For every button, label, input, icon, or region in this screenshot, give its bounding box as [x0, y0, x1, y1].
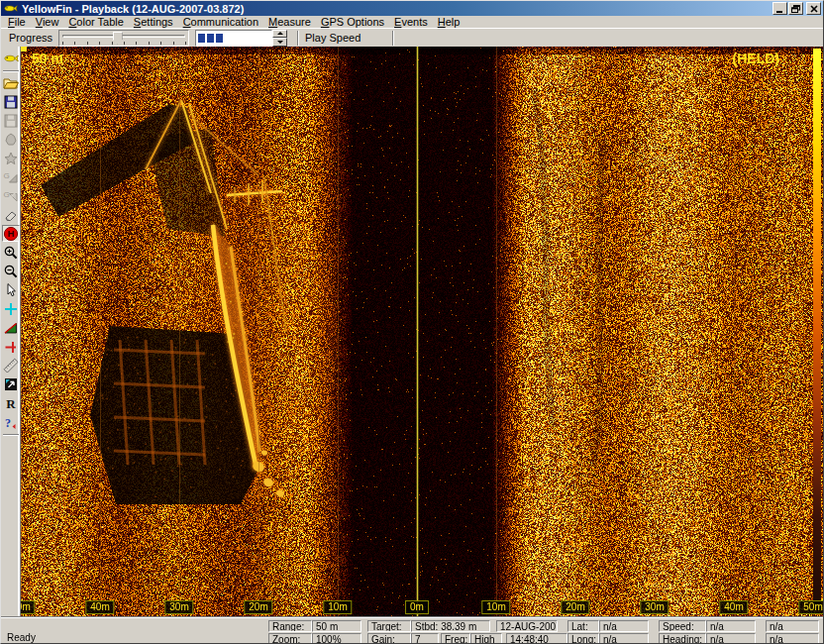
- menu-gps-options[interactable]: GPS Options: [316, 17, 389, 28]
- status-value: n/a: [706, 633, 756, 644]
- menu-settings[interactable]: Settings: [129, 17, 178, 28]
- status-value: 12-AUG-2007: [496, 620, 558, 632]
- help-tool-icon: ?: [3, 414, 19, 430]
- title-bar: YellowFin - Playback (12-AUG-2007-03.872…: [1, 1, 823, 16]
- gain-up-button[interactable]: G: [2, 168, 20, 185]
- status-gain-label: Gain:: [367, 633, 411, 644]
- gain-down-button[interactable]: G: [2, 187, 20, 204]
- tool-separator: [3, 434, 19, 436]
- status-value: 50 m: [312, 620, 361, 632]
- minimize-button[interactable]: [772, 2, 787, 15]
- status-value: 7: [411, 633, 439, 644]
- slider-tick: [99, 42, 100, 45]
- menu-measure[interactable]: Measure: [263, 17, 316, 28]
- ruler-tool-icon: [3, 358, 19, 374]
- hold-tool-icon: H: [3, 226, 19, 242]
- close-icon: [810, 5, 818, 13]
- scale-label-3: 20m: [244, 600, 272, 614]
- slider-tick: [112, 42, 113, 45]
- restore-button[interactable]: [788, 2, 803, 15]
- status-value: n/a: [599, 633, 649, 644]
- status-value: 14:48:40: [506, 633, 567, 644]
- yellowfin-app-icon: [3, 3, 19, 15]
- status-target-label: Target:: [367, 620, 411, 632]
- close-button[interactable]: [806, 2, 821, 15]
- scale-label-2: 30m: [164, 600, 193, 614]
- toolbar-separator: [297, 31, 299, 46]
- gain-down-icon: G: [3, 188, 19, 204]
- app-window: YellowFin - Playback (12-AUG-2007-03.872…: [0, 0, 824, 644]
- crosshair-tool-icon: [3, 301, 19, 317]
- pointer-tool-button[interactable]: [2, 281, 20, 298]
- slider-tick: [87, 42, 88, 45]
- scale-label-4: 10m: [323, 600, 352, 614]
- progress-slider-track[interactable]: [62, 35, 185, 38]
- scale-label-7: 20m: [561, 600, 589, 614]
- yellowfin-logo-button[interactable]: [2, 50, 20, 66]
- menu-events[interactable]: Events: [389, 17, 433, 28]
- zoom-in-tool-button[interactable]: [2, 244, 20, 261]
- offset-tool-button[interactable]: [2, 338, 20, 355]
- shell-tool-button[interactable]: [2, 131, 20, 148]
- save-button[interactable]: [2, 93, 20, 110]
- measure-tool-button[interactable]: [2, 319, 20, 336]
- ruler-tool-button[interactable]: [2, 357, 20, 374]
- status-value: n/a: [706, 620, 756, 632]
- speed-down-button[interactable]: [272, 38, 287, 47]
- sonar-display[interactable]: 50 m (HELD) 50m40m30m20m10m0m10m20m30m40…: [21, 47, 823, 616]
- pan-tool-button[interactable]: [2, 376, 20, 392]
- eraser-tool-icon: [3, 207, 19, 223]
- status-speed-label: Speed:: [659, 620, 706, 632]
- save-alt-button[interactable]: [2, 112, 20, 129]
- hold-tool-button[interactable]: H: [2, 225, 20, 242]
- menu-bar: FileViewColor TableSettingsCommunication…: [1, 16, 823, 28]
- offset-tool-icon: [3, 339, 19, 355]
- progress-slider-thumb[interactable]: [113, 32, 123, 45]
- gain-up-icon: G: [3, 169, 19, 185]
- status-bar: Ready Range:50 mTarget:Stbd: 38.39 m12-A…: [1, 616, 823, 644]
- menu-view[interactable]: View: [31, 17, 64, 28]
- progress-slider[interactable]: [58, 30, 189, 47]
- speed-up-button[interactable]: [272, 30, 287, 39]
- shell-tool-icon: [3, 132, 19, 148]
- menu-help[interactable]: Help: [433, 17, 465, 28]
- star-tool-icon: [3, 151, 19, 166]
- corner-marker: [21, 47, 27, 52]
- star-tool-button[interactable]: [2, 150, 20, 166]
- toolbar-separator: [392, 31, 394, 46]
- status-value: 100%: [312, 633, 361, 644]
- menu-communication[interactable]: Communication: [178, 17, 263, 28]
- zoom-out-tool-icon: [3, 264, 19, 279]
- slider-tick: [62, 42, 63, 45]
- speed-level-block: [216, 34, 223, 43]
- svg-text:G: G: [3, 189, 9, 198]
- menu-color-table[interactable]: Color Table: [63, 17, 128, 28]
- play-speed-label: Play Speed: [305, 32, 360, 44]
- open-file-button[interactable]: [2, 74, 20, 91]
- scale-label-8: 30m: [640, 600, 669, 614]
- r-tool-button[interactable]: R: [2, 394, 20, 411]
- eraser-tool-button[interactable]: [2, 206, 20, 223]
- slider-tick: [124, 42, 125, 45]
- speed-level-block: [198, 34, 205, 43]
- slider-tick: [74, 42, 75, 45]
- menu-file[interactable]: File: [3, 17, 31, 28]
- scale-label-0: 50m: [21, 600, 36, 614]
- status-value: Stbd: 38.39 m: [411, 620, 490, 632]
- crosshair-tool-button[interactable]: [2, 300, 20, 317]
- status-zoom-label: Zoom:: [268, 633, 312, 644]
- sonar-image[interactable]: [21, 47, 823, 616]
- zoom-out-tool-button[interactable]: [2, 263, 20, 279]
- scale-label-10: 50m: [798, 600, 823, 614]
- help-tool-button[interactable]: ?: [2, 413, 20, 430]
- tool-palette: GGHR?: [1, 47, 21, 616]
- status-value: n/a: [766, 633, 819, 644]
- svg-text:R: R: [6, 395, 16, 410]
- zoom-in-tool-icon: [3, 245, 19, 261]
- slider-tick: [136, 42, 137, 45]
- scale-label-6: 10m: [481, 600, 510, 614]
- slider-tick: [185, 42, 186, 45]
- range-scale-text: 50 m: [32, 51, 63, 66]
- slider-tick: [149, 42, 150, 45]
- status-freq-label: Freq:: [441, 633, 470, 644]
